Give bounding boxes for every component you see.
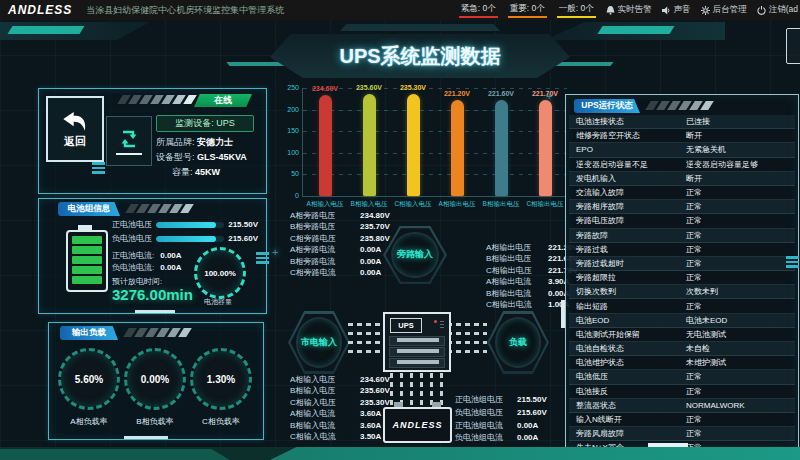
menu-item-sound[interactable]: 声音 <box>662 4 691 16</box>
rack-slot <box>389 347 445 357</box>
battery-cap <box>78 225 92 230</box>
battery-terminal <box>394 402 403 407</box>
panel-edge-notch <box>561 300 565 328</box>
status-row: 电池测试开始保留 无电池测试 <box>569 328 795 342</box>
status-label: 发电机输入 <box>569 173 686 184</box>
status-label: 电池自检状态 <box>569 343 686 354</box>
rack-grill <box>440 319 444 328</box>
gauge-label: A相负载率 <box>70 416 107 427</box>
status-row: 电池接反 正常 <box>569 385 795 399</box>
bell-icon <box>606 5 615 15</box>
alarm-counter[interactable]: 重要: 0个 <box>508 2 547 18</box>
menu-item-admin[interactable]: 后台管理 <box>701 4 747 16</box>
y-axis-tick: 150 <box>273 127 299 134</box>
page-title: UPS系统监测数据 <box>270 34 570 78</box>
status-rows: 电池连接状态 已连接 维修旁路空开状态 断开 EPO 无紧急关机 逆变器启动容量… <box>569 115 795 460</box>
status-row: 电池连接状态 已连接 <box>569 115 795 129</box>
gridline <box>303 131 567 132</box>
voltage-bar-fill <box>156 222 216 228</box>
capacity-label: 电池容量 <box>196 297 240 307</box>
status-label: 输入N线断开 <box>569 414 686 425</box>
battery-panel-tab: 电池组信息 <box>58 202 120 216</box>
progress-slashes <box>648 101 711 110</box>
item-label: 正电池组电压 <box>455 396 517 409</box>
top-bar: ANDLESS 当涂县妇幼保健院中心机房环境监控集中管理系统 紧急: 0个 重要… <box>0 0 800 20</box>
status-label: 旁路过载超时 <box>569 258 686 269</box>
gauge-ring: 1.30% <box>190 348 252 410</box>
alarm-counter[interactable]: 一般: 0个 <box>557 2 596 18</box>
status-value: 正常 <box>686 386 702 397</box>
menu-item-realtime-alarm[interactable]: 实时告警 <box>606 4 652 16</box>
progress-slashes <box>126 328 189 337</box>
status-label: 电池接反 <box>569 386 686 397</box>
gauge-value: 1.30% <box>207 374 235 385</box>
bar-value: 215.60V <box>228 235 258 243</box>
status-value: 逆变器启动容量足够 <box>686 159 758 170</box>
status-value: 正常 <box>686 258 702 269</box>
dashed-link-ups-load <box>447 323 487 359</box>
status-label: 电池连接状态 <box>569 116 686 127</box>
chart-bar <box>539 100 552 196</box>
menu-item-logout[interactable]: 注销(ad <box>757 4 798 16</box>
status-row: 整流器状态 NORMALWORK <box>569 399 795 413</box>
status-label: 旁路风扇故障 <box>569 428 686 439</box>
item-label: A相输入电流 <box>290 410 360 421</box>
status-label: 旁路电压故障 <box>569 215 686 226</box>
negative-voltage-bar: 负电池电压 215.60V <box>112 235 258 243</box>
status-value: 无电池测试 <box>686 329 726 340</box>
mains-input-node: 市电输入 <box>288 311 350 374</box>
status-label: 整流器状态 <box>569 400 686 411</box>
field-value: 45KW <box>195 167 220 177</box>
item-value: 0.00A <box>517 434 538 447</box>
status-row: 旁路电压故障 正常 <box>569 214 795 228</box>
item-label: C相旁路电流 <box>290 269 360 280</box>
icon-underline <box>116 153 142 155</box>
status-value: 电池未EOD <box>686 315 727 326</box>
gridline <box>303 153 567 154</box>
positive-voltage-bar: 正电池电压 215.50V <box>112 221 258 229</box>
gridline <box>303 110 567 111</box>
status-label: 电池EOD <box>569 315 686 326</box>
header-deco-top <box>340 24 500 31</box>
item-value: 215.60V <box>517 409 547 422</box>
speaker-icon <box>662 6 671 15</box>
grid-marker: + <box>272 246 278 258</box>
alarm-count: 0个 <box>483 3 496 13</box>
battery-terminal <box>432 402 441 407</box>
list-item: 负电池组电流 0.00A <box>455 434 580 447</box>
item-label: 负电池组电流 <box>455 434 517 447</box>
status-row: 交流输入故障 正常 <box>569 186 795 200</box>
gauge-value: 5.60% <box>75 374 103 385</box>
gear-icon <box>701 6 710 15</box>
back-button[interactable]: 返回 <box>46 96 104 162</box>
gauge-label: B相负载率 <box>136 416 173 427</box>
footer-band-left <box>0 449 230 460</box>
logout-power-icon <box>757 6 766 15</box>
status-value: 正常 <box>686 272 702 283</box>
panel-border-highlight <box>124 436 168 439</box>
status-row: 电池EOD 电池未EOD <box>569 314 795 328</box>
menu-label: 声音 <box>674 4 691 16</box>
progress-slashes <box>128 204 191 213</box>
load-gauges: 5.60% A相负载率 0.00% B相负载率 1.30% C相负载率 <box>58 348 252 427</box>
status-value: 断开 <box>686 173 702 184</box>
field-value: 0.00A <box>160 264 181 272</box>
load-gauge: 1.30% C相负载率 <box>190 348 252 427</box>
alarm-count: 0个 <box>531 3 544 13</box>
status-row: 电池自检状态 未自检 <box>569 342 795 356</box>
status-row: 旁路超限拉 正常 <box>569 271 795 285</box>
alarm-counter[interactable]: 紧急: 0个 <box>459 2 498 18</box>
field-label: 正电池电流: <box>112 252 154 260</box>
status-value: 正常 <box>686 244 702 255</box>
item-label: A相输出电流 <box>486 278 548 289</box>
status-row: 输出短路 正常 <box>569 299 795 313</box>
status-row: 电池维护状态 未维护测试 <box>569 356 795 370</box>
status-value: 已连接 <box>686 116 710 127</box>
status-value: 正常 <box>686 187 702 198</box>
item-value: 3.50A <box>360 433 381 444</box>
item-value: 215.50V <box>517 396 547 409</box>
field-label: 容量: <box>172 167 193 177</box>
y-axis-tick: 200 <box>273 106 299 113</box>
item-value: 3.60A <box>360 410 381 421</box>
field-value: 安德力士 <box>197 137 233 147</box>
